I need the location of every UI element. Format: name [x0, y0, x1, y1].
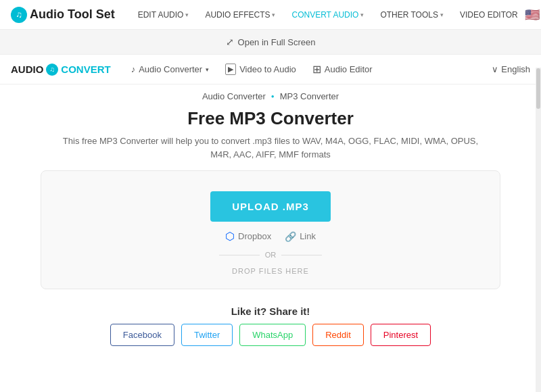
logo[interactable]: ♫ Audio Tool Set — [11, 7, 115, 23]
breadcrumb-dot: ● — [271, 93, 275, 99]
reddit-share-button[interactable]: Reddit — [312, 324, 364, 346]
page-title: Free MP3 Converter — [27, 108, 514, 129]
caret-icon: ▾ — [206, 66, 209, 73]
nav-label-video-editor: VIDEO EDITOR — [460, 10, 518, 20]
twitter-share-button[interactable]: Twitter — [181, 324, 233, 346]
sub-logo-text-audio: AUDIO — [11, 64, 43, 75]
nav-label-other-tools: OTHER TOOLS — [380, 10, 438, 20]
share-title: Like it? Share it! — [0, 305, 541, 317]
fullscreen-bar[interactable]: ⤢ Open in Full Screen — [0, 30, 541, 55]
video-icon: ▶ — [225, 64, 236, 75]
logo-text: Audio Tool Set — [30, 7, 115, 22]
dropbox-icon: ⬡ — [225, 230, 235, 243]
or-divider: OR — [55, 251, 486, 259]
sub-nav-label-audio-editor: Audio Editor — [325, 64, 373, 74]
sub-nav-items: ♪ Audio Converter ▾ ▶ Video to Audio ⊞ A… — [124, 59, 492, 80]
sub-nav-item-video-to-audio[interactable]: ▶ Video to Audio — [218, 59, 303, 79]
language-selector[interactable]: ∨ English — [492, 64, 530, 74]
logo-icon: ♫ — [11, 7, 27, 23]
or-text: OR — [265, 251, 277, 259]
caret-icon: ▾ — [185, 11, 189, 18]
nav-item-audio-effects[interactable]: AUDIO EFFECTS ▾ — [198, 6, 282, 24]
breadcrumb-link[interactable]: Audio Converter — [202, 91, 266, 101]
nav-item-convert-audio[interactable]: CONVERT AUDIO ▾ — [285, 6, 371, 24]
upload-options: ⬡ Dropbox 🔗 Link — [225, 230, 316, 243]
language-caret-icon: ∨ — [492, 64, 498, 74]
sub-nav-label-audio-converter: Audio Converter — [139, 64, 202, 74]
whatsapp-share-button[interactable]: WhatsApp — [239, 324, 306, 346]
or-line-left — [219, 255, 260, 255]
facebook-share-button[interactable]: Facebook — [110, 324, 174, 346]
flag-icon: 🇺🇸 — [525, 7, 540, 22]
language-label: English — [501, 64, 530, 74]
breadcrumb: Audio Converter ● MP3 Converter — [0, 84, 541, 105]
nav-label-edit-audio: EDIT AUDIO — [138, 10, 184, 20]
breadcrumb-current: MP3 Converter — [280, 91, 339, 101]
link-option[interactable]: 🔗 Link — [285, 231, 316, 242]
nav-label-convert-audio: CONVERT AUDIO — [291, 10, 358, 20]
sub-nav-item-audio-editor[interactable]: ⊞ Audio Editor — [306, 59, 379, 80]
nav-item-other-tools[interactable]: OTHER TOOLS ▾ — [373, 6, 450, 24]
share-section: Like it? Share it! Facebook Twitter What… — [0, 296, 541, 353]
editor-icon: ⊞ — [312, 63, 321, 76]
fullscreen-label: Open in Full Screen — [238, 37, 316, 47]
pinterest-share-button[interactable]: Pinterest — [371, 324, 431, 346]
sub-logo[interactable]: AUDIO ♫ CONVERT — [11, 64, 111, 76]
scrollbar-thumb[interactable] — [536, 68, 540, 109]
scrollbar[interactable] — [536, 68, 541, 392]
nav-item-video-editor[interactable]: VIDEO EDITOR — [453, 6, 525, 24]
top-nav: ♫ Audio Tool Set EDIT AUDIO ▾ AUDIO EFFE… — [0, 0, 541, 30]
or-line-right — [281, 255, 322, 255]
sub-nav: AUDIO ♫ CONVERT ♪ Audio Converter ▾ ▶ Vi… — [0, 55, 541, 84]
sub-logo-icon: ♫ — [46, 64, 58, 76]
drop-files-text: DROP FILES HERE — [232, 267, 309, 275]
dropbox-option[interactable]: ⬡ Dropbox — [225, 230, 271, 243]
sub-nav-item-audio-converter[interactable]: ♪ Audio Converter ▾ — [124, 60, 216, 78]
sub-nav-label-video-to-audio: Video to Audio — [239, 64, 296, 74]
expand-icon: ⤢ — [226, 36, 234, 47]
caret-icon: ▾ — [360, 11, 364, 18]
dropbox-label: Dropbox — [238, 231, 271, 241]
main-content: Free MP3 Converter This free MP3 Convert… — [0, 105, 541, 296]
sub-logo-text-convert: CONVERT — [61, 64, 110, 75]
link-icon: 🔗 — [285, 231, 296, 242]
share-buttons: Facebook Twitter WhatsApp Reddit Pintere… — [0, 324, 541, 346]
nav-items: EDIT AUDIO ▾ AUDIO EFFECTS ▾ CONVERT AUD… — [131, 6, 525, 24]
caret-icon: ▾ — [272, 11, 275, 18]
upload-area: UPLOAD .MP3 ⬡ Dropbox 🔗 Link OR DROP FIL… — [41, 170, 500, 289]
nav-label-audio-effects: AUDIO EFFECTS — [205, 10, 270, 20]
nav-item-edit-audio[interactable]: EDIT AUDIO ▾ — [131, 6, 196, 24]
caret-icon: ▾ — [440, 11, 444, 18]
upload-button[interactable]: UPLOAD .MP3 — [210, 191, 331, 222]
link-label: Link — [300, 231, 316, 241]
music-icon: ♪ — [131, 64, 136, 74]
page-description: This free MP3 Converter will help you to… — [54, 134, 487, 161]
